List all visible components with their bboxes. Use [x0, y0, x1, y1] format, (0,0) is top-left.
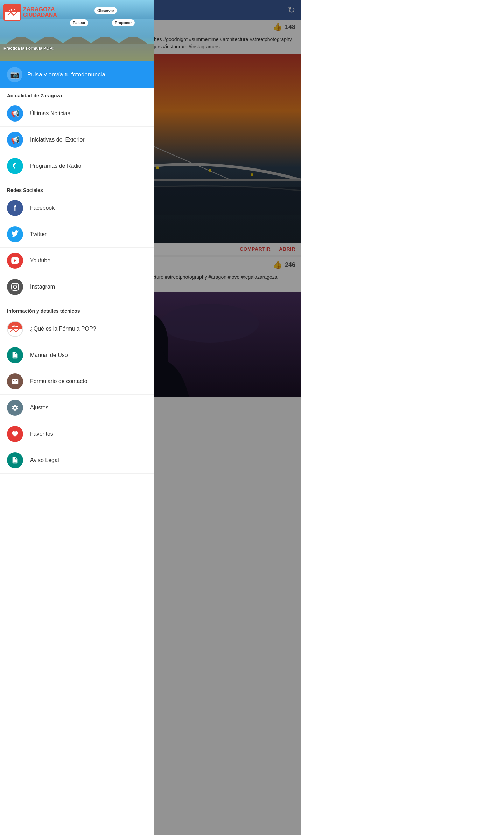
divider-1 — [0, 181, 154, 181]
speech-proponer: Proponer — [112, 19, 135, 26]
noticias-icon: 📢 — [7, 105, 23, 122]
instagram-label: Instagram — [30, 284, 55, 290]
logo-line2: CIUDADANA — [23, 12, 57, 18]
banner-logo: ZGZ ZARAGOZA CIUDADANA — [4, 4, 57, 21]
section-header-info: Información y detalles técnicos — [0, 303, 154, 316]
radio-icon: 🎙 — [7, 158, 23, 174]
manual-icon — [7, 347, 23, 363]
formula-icon: ZGZ — [7, 321, 23, 337]
contacto-icon — [7, 373, 23, 389]
formula-label: ¿Qué es la Fórmula POP? — [30, 326, 96, 332]
ajustes-label: Ajustes — [30, 405, 48, 411]
banner-tagline: Practica la Fórmula POP! — [4, 46, 54, 51]
menu-item-facebook[interactable]: f Facebook — [0, 195, 154, 221]
aviso-label: Aviso Legal — [30, 457, 59, 463]
speech-observar: Observar — [94, 7, 117, 14]
section-header-redes: Redes Sociales — [0, 182, 154, 195]
youtube-icon — [7, 253, 23, 269]
camera-label: Pulsa y envía tu fotodenuncia — [27, 71, 105, 78]
manual-label: Manual de Uso — [30, 352, 68, 358]
twitter-label: Twitter — [30, 231, 47, 237]
divider-2 — [0, 302, 154, 302]
menu-item-youtube[interactable]: Youtube — [0, 248, 154, 274]
drawer-banner: ZGZ ZARAGOZA CIUDADANA Pasear Observar P… — [0, 0, 154, 61]
favoritos-label: Favoritos — [30, 431, 53, 437]
iniciativas-label: Iniciativas del Exterior — [30, 137, 85, 143]
iniciativas-icon: 📢 — [7, 132, 23, 148]
logo-svg: ZGZ — [5, 5, 20, 20]
favoritos-icon — [7, 426, 23, 442]
logo-line1: ZARAGOZA — [23, 7, 57, 12]
facebook-label: Facebook — [30, 205, 55, 211]
ajustes-icon — [7, 400, 23, 416]
formula-logo-svg: ZGZ — [8, 321, 22, 337]
navigation-drawer: ZGZ ZARAGOZA CIUDADANA Pasear Observar P… — [0, 0, 154, 835]
menu-item-formula[interactable]: ZGZ ¿Qué es la Fórmula POP? — [0, 316, 154, 342]
svg-rect-22 — [8, 329, 22, 336]
menu-item-noticias[interactable]: 📢 Últimas Noticias — [0, 101, 154, 127]
menu-item-manual[interactable]: Manual de Uso — [0, 342, 154, 368]
menu-item-iniciativas[interactable]: 📢 Iniciativas del Exterior — [0, 127, 154, 153]
camera-icon: 📷 — [7, 67, 22, 82]
menu-item-ajustes[interactable]: Ajustes — [0, 395, 154, 421]
fotodenuncia-button[interactable]: 📷 Pulsa y envía tu fotodenuncia — [0, 61, 154, 88]
menu-item-favoritos[interactable]: Favoritos — [0, 421, 154, 447]
contacto-label: Formulario de contacto — [30, 378, 88, 385]
svg-text:ZGZ: ZGZ — [9, 8, 15, 12]
noticias-label: Últimas Noticias — [30, 110, 70, 117]
instagram-icon — [7, 279, 23, 295]
menu-item-contacto[interactable]: Formulario de contacto — [0, 368, 154, 395]
facebook-icon: f — [7, 200, 23, 216]
menu-item-aviso[interactable]: Aviso Legal — [0, 447, 154, 474]
menu-item-radio[interactable]: 🎙 Programas de Radio — [0, 153, 154, 179]
radio-label: Programas de Radio — [30, 163, 82, 169]
speech-pasear: Pasear — [70, 19, 88, 26]
section-header-actualidad: Actualidad de Zaragoza — [0, 88, 154, 101]
menu-item-twitter[interactable]: Twitter — [0, 221, 154, 248]
twitter-icon — [7, 226, 23, 242]
logo-badge: ZGZ — [4, 4, 21, 21]
logo-text: ZARAGOZA CIUDADANA — [23, 7, 57, 18]
youtube-label: Youtube — [30, 257, 50, 264]
aviso-icon — [7, 452, 23, 468]
svg-text:ZGZ: ZGZ — [12, 324, 18, 327]
menu-item-instagram[interactable]: Instagram — [0, 274, 154, 300]
